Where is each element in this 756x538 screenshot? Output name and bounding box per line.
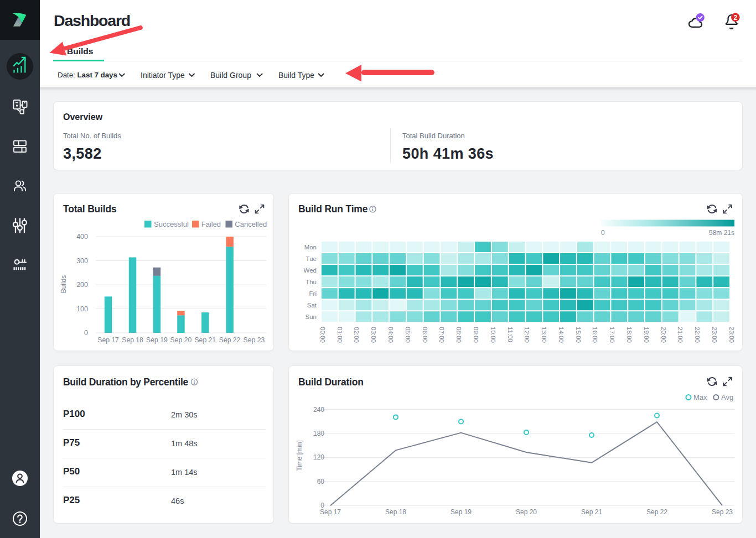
- svg-text:17:00: 17:00: [609, 327, 615, 343]
- svg-text:Sep 19: Sep 19: [146, 336, 168, 344]
- svg-text:Sep 23: Sep 23: [244, 336, 265, 344]
- svg-text:04:00: 04:00: [387, 327, 394, 343]
- svg-text:Mon: Mon: [304, 244, 317, 250]
- svg-text:14:00: 14:00: [558, 327, 565, 343]
- svg-text:60: 60: [317, 478, 325, 485]
- svg-text:Sep 23: Sep 23: [712, 508, 733, 516]
- svg-text:05:00: 05:00: [405, 327, 411, 343]
- svg-text:Sep 21: Sep 21: [194, 336, 216, 344]
- svg-text:01:00: 01:00: [336, 327, 343, 343]
- svg-text:240: 240: [313, 406, 324, 414]
- svg-text:Sep 19: Sep 19: [451, 508, 472, 516]
- svg-text:100: 100: [76, 305, 88, 313]
- svg-text:06:00: 06:00: [422, 327, 428, 343]
- svg-text:Sep 20: Sep 20: [516, 508, 537, 516]
- svg-text:Sep 17: Sep 17: [97, 336, 119, 344]
- svg-text:09:00: 09:00: [473, 327, 479, 343]
- svg-text:Cancelled: Cancelled: [235, 220, 267, 228]
- svg-text:02:00: 02:00: [353, 327, 360, 343]
- svg-text:22:00: 22:00: [694, 327, 701, 343]
- svg-text:16:00: 16:00: [592, 327, 598, 343]
- svg-text:10:00: 10:00: [490, 327, 496, 343]
- svg-text:Sep 17: Sep 17: [320, 508, 341, 516]
- svg-text:Sep 20: Sep 20: [170, 336, 192, 344]
- svg-text:300: 300: [76, 257, 88, 265]
- svg-text:0: 0: [601, 229, 605, 237]
- svg-text:08:00: 08:00: [455, 327, 462, 343]
- svg-text:00:00: 00:00: [319, 327, 326, 343]
- svg-text:13:00: 13:00: [541, 327, 547, 343]
- svg-text:Sun: Sun: [305, 314, 317, 320]
- svg-text:12:00: 12:00: [524, 327, 530, 343]
- svg-text:03:00: 03:00: [370, 327, 377, 343]
- svg-text:200: 200: [76, 281, 88, 289]
- svg-text:120: 120: [313, 453, 324, 461]
- svg-text:Max: Max: [693, 393, 707, 401]
- svg-text:Sep 22: Sep 22: [646, 508, 667, 516]
- svg-text:Time [min]: Time [min]: [296, 440, 303, 471]
- svg-text:180: 180: [313, 430, 324, 437]
- svg-text:23:00: 23:00: [711, 327, 718, 343]
- svg-text:19:00: 19:00: [643, 327, 650, 343]
- svg-text:Tue: Tue: [306, 255, 317, 262]
- svg-text:58m 21s: 58m 21s: [709, 229, 734, 237]
- svg-text:Wed: Wed: [304, 267, 317, 274]
- svg-text:Avg: Avg: [721, 393, 733, 401]
- svg-text:18:00: 18:00: [626, 327, 633, 343]
- svg-text:Sep 21: Sep 21: [581, 508, 602, 516]
- svg-text:23:00: 23:00: [728, 327, 735, 343]
- svg-text:400: 400: [76, 233, 88, 241]
- svg-text:11:00: 11:00: [507, 327, 514, 342]
- svg-text:Sep 18: Sep 18: [122, 336, 143, 344]
- svg-text:20:00: 20:00: [660, 327, 667, 343]
- svg-text:Failed: Failed: [201, 220, 221, 228]
- svg-text:Sep 22: Sep 22: [219, 336, 241, 344]
- svg-text:Sat: Sat: [307, 302, 317, 309]
- svg-text:Successful: Successful: [154, 220, 189, 228]
- svg-text:Fri: Fri: [309, 290, 317, 297]
- svg-text:Builds: Builds: [60, 275, 68, 294]
- svg-text:21:00: 21:00: [677, 327, 683, 343]
- svg-text:0: 0: [84, 329, 88, 337]
- svg-text:07:00: 07:00: [438, 327, 445, 343]
- svg-text:15:00: 15:00: [575, 327, 582, 343]
- svg-text:Thu: Thu: [305, 279, 317, 285]
- svg-text:Sep 18: Sep 18: [385, 508, 406, 516]
